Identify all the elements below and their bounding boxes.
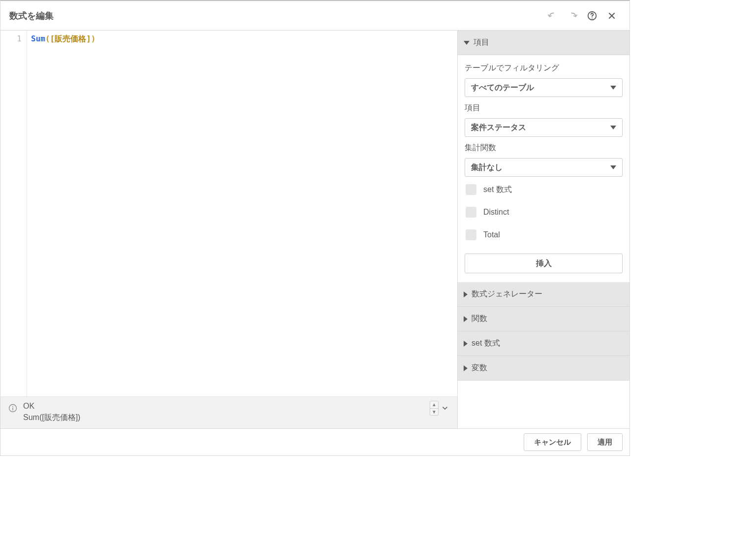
dialog-footer: キャンセル 適用 [0, 429, 630, 455]
section-fields-body: テーブルでフィルタリング すべてのテーブル 項目 案件ステータス 集計関数 集計… [458, 55, 630, 282]
set-expression-checkbox-label: set 数式 [483, 185, 512, 195]
section-fields-title: 項目 [473, 37, 489, 48]
total-checkbox-label: Total [483, 230, 500, 239]
close-icon [607, 11, 617, 21]
section-functions-header[interactable]: 関数 [458, 307, 630, 331]
caret-right-icon [464, 291, 468, 297]
info-icon [7, 403, 18, 414]
field-select[interactable]: 案件ステータス [465, 118, 623, 137]
section-functions-title: 関数 [472, 314, 487, 324]
filter-by-table-label: テーブルでフィルタリング [465, 63, 623, 73]
stepper-down[interactable]: ▼ [430, 408, 438, 415]
token-field: [販売価格] [50, 34, 91, 43]
preview-stepper: ▲ ▼ [430, 401, 439, 416]
apply-button-label: 適用 [598, 438, 612, 447]
help-button[interactable] [583, 7, 601, 25]
line-number: 1 [0, 33, 22, 45]
svg-point-1 [592, 17, 593, 18]
section-variables-header[interactable]: 変数 [458, 356, 630, 381]
chevron-down-icon [610, 126, 616, 129]
chevron-down-icon [441, 404, 449, 412]
filter-by-table-value: すべてのテーブル [471, 83, 534, 93]
caret-right-icon [464, 365, 468, 371]
section-set-expr-header[interactable]: set 数式 [458, 331, 630, 356]
apply-button[interactable]: 適用 [587, 433, 623, 451]
aggregation-label: 集計関数 [465, 143, 623, 153]
code-content[interactable]: Sum([販売価格]) [27, 31, 457, 396]
aggregation-select[interactable]: 集計なし [465, 158, 623, 177]
redo-button[interactable] [564, 7, 581, 25]
caret-right-icon [464, 316, 468, 322]
svg-point-3 [12, 406, 13, 407]
help-icon [587, 10, 598, 21]
chevron-down-icon [610, 165, 616, 169]
undo-icon [547, 10, 558, 21]
distinct-checkbox[interactable] [466, 207, 476, 218]
undo-button[interactable] [544, 7, 562, 25]
section-generator-title: 数式ジェネレーター [472, 289, 542, 299]
status-ok-label: OK [23, 402, 450, 411]
dialog-title: 数式を編集 [9, 10, 544, 22]
cancel-button[interactable]: キャンセル [524, 433, 581, 451]
side-panel: 項目 テーブルでフィルタリング すべてのテーブル 項目 案件ステータス 集計関数… [457, 31, 630, 428]
caret-right-icon [464, 341, 468, 347]
dialog-body: 1 Sum([販売価格]) OK Sum([販売価格]) ▲ ▼ [0, 31, 630, 429]
aggregation-value: 集計なし [471, 162, 503, 173]
header-toolbar [544, 7, 621, 25]
caret-down-icon [464, 41, 470, 45]
field-value: 案件ステータス [471, 123, 526, 133]
svg-rect-4 [12, 408, 13, 411]
field-label: 項目 [465, 103, 623, 113]
distinct-checkbox-label: Distinct [483, 208, 509, 217]
filter-by-table-select[interactable]: すべてのテーブル [465, 78, 623, 97]
status-bar: OK Sum([販売価格]) ▲ ▼ [0, 397, 457, 428]
total-checkbox[interactable] [466, 229, 476, 240]
chevron-down-icon [610, 86, 616, 90]
expression-editor-dialog: 数式を編集 1 Sum([販売価格]) [0, 0, 630, 456]
dialog-header: 数式を編集 [0, 1, 630, 31]
section-set-expr-title: set 数式 [472, 338, 500, 349]
redo-icon [567, 10, 578, 21]
insert-button-label: 挿入 [536, 258, 552, 269]
stepper-up[interactable]: ▲ [430, 401, 438, 408]
section-generator-header[interactable]: 数式ジェネレーター [458, 282, 630, 307]
editor-column: 1 Sum([販売価格]) OK Sum([販売価格]) ▲ ▼ [0, 31, 457, 428]
token-paren-open: ( [45, 34, 50, 43]
line-gutter: 1 [0, 31, 27, 396]
status-text: OK Sum([販売価格]) [23, 402, 450, 423]
distinct-checkbox-row[interactable]: Distinct [465, 202, 623, 222]
code-editor[interactable]: 1 Sum([販売価格]) [0, 31, 457, 397]
cancel-button-label: キャンセル [534, 438, 571, 447]
section-fields-header[interactable]: 項目 [458, 31, 630, 55]
expand-toggle[interactable] [440, 401, 450, 416]
token-function: Sum [31, 34, 45, 43]
total-checkbox-row[interactable]: Total [465, 225, 623, 245]
section-variables-title: 変数 [472, 363, 487, 373]
status-controls: ▲ ▼ [430, 401, 450, 416]
insert-button[interactable]: 挿入 [465, 254, 623, 273]
status-expression: Sum([販売価格]) [23, 413, 450, 423]
set-expression-checkbox-row[interactable]: set 数式 [465, 180, 623, 199]
close-button[interactable] [603, 7, 621, 25]
token-paren-close: ) [91, 34, 96, 43]
set-expression-checkbox[interactable] [466, 184, 476, 195]
